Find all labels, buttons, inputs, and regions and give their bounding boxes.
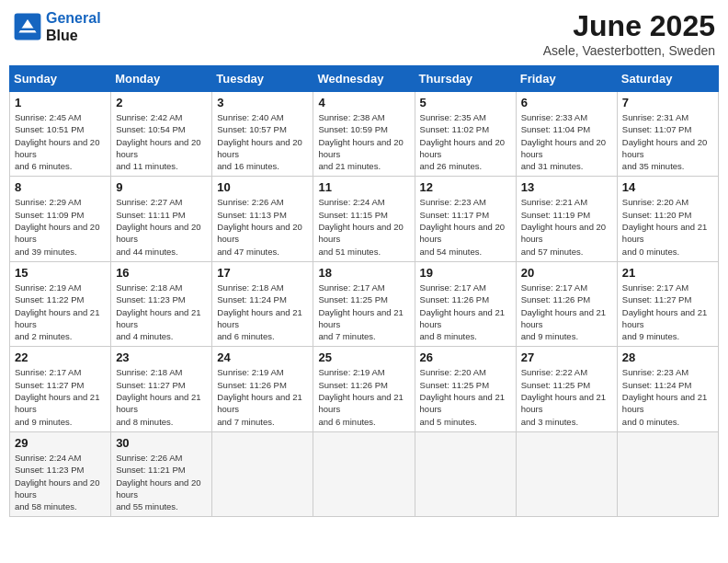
day-number: 23: [116, 350, 207, 364]
day-number: 11: [318, 180, 409, 194]
calendar-cell: [415, 431, 516, 516]
day-number: 9: [116, 180, 207, 194]
calendar-cell: 24 Sunrise: 2:19 AM Sunset: 11:26 PM Day…: [212, 347, 313, 431]
day-number: 18: [318, 266, 409, 280]
calendar-cell: 22 Sunrise: 2:17 AM Sunset: 11:27 PM Day…: [10, 347, 111, 431]
calendar-cell: 1 Sunrise: 2:45 AM Sunset: 10:51 PM Dayl…: [10, 92, 111, 177]
day-number: 10: [217, 180, 308, 194]
day-info: Sunrise: 2:42 AM Sunset: 10:54 PM Daylig…: [116, 111, 207, 172]
day-info: Sunrise: 2:31 AM Sunset: 11:07 PM Daylig…: [622, 111, 713, 172]
day-info: Sunrise: 2:21 AM Sunset: 11:19 PM Daylig…: [521, 196, 612, 257]
calendar-cell: [516, 431, 617, 516]
calendar-subtitle: Asele, Vaesterbotten, Sweden: [543, 43, 715, 58]
day-info: Sunrise: 2:38 AM Sunset: 10:59 PM Daylig…: [318, 111, 409, 172]
day-info: Sunrise: 2:18 AM Sunset: 11:24 PM Daylig…: [217, 282, 308, 342]
col-header-monday: Monday: [111, 66, 212, 92]
calendar-cell: 26 Sunrise: 2:20 AM Sunset: 11:25 PM Day…: [415, 347, 516, 431]
col-header-saturday: Saturday: [617, 66, 718, 92]
day-info: Sunrise: 2:18 AM Sunset: 11:27 PM Daylig…: [116, 366, 207, 427]
day-number: 6: [521, 96, 612, 109]
day-number: 29: [15, 436, 106, 450]
day-number: 8: [15, 180, 106, 194]
day-number: 30: [116, 436, 207, 450]
calendar-cell: 28 Sunrise: 2:23 AM Sunset: 11:24 PM Day…: [617, 347, 718, 431]
calendar-cell: 14 Sunrise: 2:20 AM Sunset: 11:20 PM Day…: [617, 177, 718, 261]
calendar-cell: 9 Sunrise: 2:27 AM Sunset: 11:11 PM Dayl…: [111, 177, 212, 261]
calendar-cell: 23 Sunrise: 2:18 AM Sunset: 11:27 PM Day…: [111, 347, 212, 431]
calendar-cell: 10 Sunrise: 2:26 AM Sunset: 11:13 PM Day…: [212, 177, 313, 261]
day-number: 16: [116, 266, 207, 280]
calendar-cell: 30 Sunrise: 2:26 AM Sunset: 11:21 PM Day…: [111, 431, 212, 516]
svg-rect-2: [20, 29, 35, 30]
day-number: 13: [521, 180, 612, 194]
day-number: 17: [217, 266, 308, 280]
calendar-cell: 12 Sunrise: 2:23 AM Sunset: 11:17 PM Day…: [415, 177, 516, 261]
day-info: Sunrise: 2:29 AM Sunset: 11:09 PM Daylig…: [15, 196, 106, 257]
day-number: 22: [15, 350, 106, 364]
title-area: June 2025 Asele, Vaesterbotten, Sweden: [543, 9, 715, 58]
calendar-cell: 18 Sunrise: 2:17 AM Sunset: 11:25 PM Day…: [313, 261, 415, 346]
day-info: Sunrise: 2:19 AM Sunset: 11:26 PM Daylig…: [217, 366, 308, 427]
calendar-cell: 2 Sunrise: 2:42 AM Sunset: 10:54 PM Dayl…: [111, 92, 212, 177]
col-header-tuesday: Tuesday: [212, 66, 313, 92]
day-info: Sunrise: 2:22 AM Sunset: 11:25 PM Daylig…: [521, 366, 612, 427]
day-info: Sunrise: 2:45 AM Sunset: 10:51 PM Daylig…: [15, 111, 106, 172]
calendar-cell: 6 Sunrise: 2:33 AM Sunset: 11:04 PM Dayl…: [516, 92, 617, 177]
day-info: Sunrise: 2:24 AM Sunset: 11:23 PM Daylig…: [15, 452, 106, 512]
day-info: Sunrise: 2:18 AM Sunset: 11:23 PM Daylig…: [116, 282, 207, 342]
week-row-3: 15 Sunrise: 2:19 AM Sunset: 11:22 PM Day…: [10, 261, 719, 346]
calendar-cell: 13 Sunrise: 2:21 AM Sunset: 11:19 PM Day…: [516, 177, 617, 261]
day-number: 25: [318, 350, 409, 364]
day-info: Sunrise: 2:24 AM Sunset: 11:15 PM Daylig…: [318, 196, 409, 257]
day-info: Sunrise: 2:19 AM Sunset: 11:26 PM Daylig…: [318, 366, 409, 427]
week-row-2: 8 Sunrise: 2:29 AM Sunset: 11:09 PM Dayl…: [10, 177, 719, 261]
day-number: 12: [420, 180, 511, 194]
calendar-cell: 20 Sunrise: 2:17 AM Sunset: 11:26 PM Day…: [516, 261, 617, 346]
calendar-cell: 17 Sunrise: 2:18 AM Sunset: 11:24 PM Day…: [212, 261, 313, 346]
day-number: 15: [15, 266, 106, 280]
day-number: 1: [15, 96, 106, 109]
day-number: 5: [420, 96, 511, 109]
day-info: Sunrise: 2:17 AM Sunset: 11:25 PM Daylig…: [318, 282, 409, 342]
day-info: Sunrise: 2:33 AM Sunset: 11:04 PM Daylig…: [521, 111, 612, 172]
calendar-cell: 5 Sunrise: 2:35 AM Sunset: 11:02 PM Dayl…: [415, 92, 516, 177]
day-info: Sunrise: 2:20 AM Sunset: 11:20 PM Daylig…: [622, 196, 713, 257]
day-info: Sunrise: 2:17 AM Sunset: 11:26 PM Daylig…: [420, 282, 511, 342]
day-number: 21: [622, 266, 713, 280]
calendar-cell: 25 Sunrise: 2:19 AM Sunset: 11:26 PM Day…: [313, 347, 415, 431]
calendar-cell: 11 Sunrise: 2:24 AM Sunset: 11:15 PM Day…: [313, 177, 415, 261]
day-number: 19: [420, 266, 511, 280]
day-number: 28: [622, 350, 713, 364]
day-number: 7: [622, 96, 713, 109]
day-number: 2: [116, 96, 207, 109]
logo-text: General Blue: [46, 9, 101, 44]
calendar-cell: 15 Sunrise: 2:19 AM Sunset: 11:22 PM Day…: [10, 261, 111, 346]
calendar-table: SundayMondayTuesdayWednesdayThursdayFrid…: [9, 65, 719, 517]
day-info: Sunrise: 2:27 AM Sunset: 11:11 PM Daylig…: [116, 196, 207, 257]
logo: General Blue: [13, 9, 101, 44]
col-header-friday: Friday: [516, 66, 617, 92]
calendar-cell: 3 Sunrise: 2:40 AM Sunset: 10:57 PM Dayl…: [212, 92, 313, 177]
day-info: Sunrise: 2:35 AM Sunset: 11:02 PM Daylig…: [420, 111, 511, 172]
day-number: 20: [521, 266, 612, 280]
calendar-cell: 4 Sunrise: 2:38 AM Sunset: 10:59 PM Dayl…: [313, 92, 415, 177]
day-number: 3: [217, 96, 308, 109]
calendar-cell: [212, 431, 313, 516]
day-number: 26: [420, 350, 511, 364]
calendar-cell: 7 Sunrise: 2:31 AM Sunset: 11:07 PM Dayl…: [617, 92, 718, 177]
header: General Blue June 2025 Asele, Vaesterbot…: [9, 9, 719, 58]
day-info: Sunrise: 2:17 AM Sunset: 11:27 PM Daylig…: [622, 282, 713, 342]
logo-icon: [13, 12, 42, 41]
col-header-wednesday: Wednesday: [313, 66, 415, 92]
day-info: Sunrise: 2:23 AM Sunset: 11:17 PM Daylig…: [420, 196, 511, 257]
calendar-cell: [313, 431, 415, 516]
week-row-4: 22 Sunrise: 2:17 AM Sunset: 11:27 PM Day…: [10, 347, 719, 431]
calendar-cell: 16 Sunrise: 2:18 AM Sunset: 11:23 PM Day…: [111, 261, 212, 346]
week-row-5: 29 Sunrise: 2:24 AM Sunset: 11:23 PM Day…: [10, 431, 719, 516]
day-number: 24: [217, 350, 308, 364]
day-info: Sunrise: 2:17 AM Sunset: 11:26 PM Daylig…: [521, 282, 612, 342]
calendar-cell: [617, 431, 718, 516]
day-number: 14: [622, 180, 713, 194]
week-row-1: 1 Sunrise: 2:45 AM Sunset: 10:51 PM Dayl…: [10, 92, 719, 177]
col-header-sunday: Sunday: [10, 66, 111, 92]
